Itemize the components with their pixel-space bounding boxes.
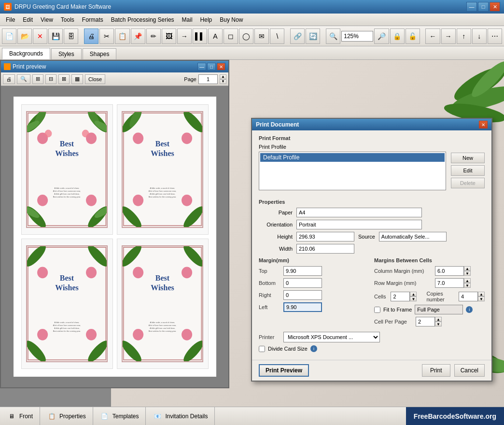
tb-pencil[interactable]: ✏ <box>146 28 161 44</box>
edit-button[interactable]: Edit <box>451 165 485 176</box>
dialog-close-button[interactable]: ✕ <box>479 121 488 128</box>
tb-open[interactable]: 📂 <box>17 28 32 44</box>
right-input[interactable] <box>283 290 322 300</box>
cell-per-page-down[interactable]: ▼ <box>435 322 442 326</box>
tb-save[interactable]: 💾 <box>48 28 63 44</box>
pp-view3-btn[interactable]: ⊠ <box>58 74 70 84</box>
fit-to-frame-select[interactable]: Full Page <box>415 305 463 314</box>
paper-input[interactable] <box>296 208 422 217</box>
tb-save2[interactable]: 🗄 <box>64 28 78 44</box>
tb-barcode[interactable]: ▌▌ <box>193 28 207 44</box>
menu-batch-processing[interactable]: Batch Processing Series <box>107 14 178 25</box>
source-input[interactable] <box>379 232 447 241</box>
status-properties[interactable]: 📋 Properties <box>40 407 93 425</box>
tb-image[interactable]: 🖼 <box>162 28 176 44</box>
cell-per-page-up[interactable]: ▲ <box>435 317 442 322</box>
tb-up[interactable]: ↑ <box>457 28 471 44</box>
fit-to-frame-checkbox[interactable] <box>374 307 380 313</box>
copies-down[interactable]: ▼ <box>478 297 485 301</box>
tb-zoom-in[interactable]: 🔍 <box>326 28 340 44</box>
bottom-input[interactable] <box>283 278 322 288</box>
tb-new[interactable]: 📄 <box>2 28 16 44</box>
tb-back[interactable]: ← <box>425 28 440 44</box>
pp-close-btn[interactable]: Close <box>85 74 105 84</box>
cells-up[interactable]: ▲ <box>410 292 417 297</box>
cell-per-page-input[interactable] <box>416 317 435 326</box>
tb-line[interactable]: \ <box>270 28 284 44</box>
menu-file[interactable]: File <box>2 14 19 25</box>
copies-input[interactable] <box>459 292 478 301</box>
tab-shapes[interactable]: Shapes <box>83 48 117 59</box>
column-margin-down[interactable]: ▼ <box>464 271 471 276</box>
tb-copy[interactable]: 📋 <box>115 28 129 44</box>
menu-buy-now[interactable]: Buy Now <box>216 14 247 25</box>
column-margin-up[interactable]: ▲ <box>464 266 471 271</box>
tb-close[interactable]: ✕ <box>33 28 47 44</box>
pp-minimize-button[interactable]: — <box>197 63 206 71</box>
tb-lock2[interactable]: 🔓 <box>406 28 420 44</box>
print-button[interactable]: Print <box>422 364 450 377</box>
row-margin-down[interactable]: ▼ <box>464 283 471 288</box>
tab-backgrounds[interactable]: Backgrounds <box>2 48 50 59</box>
divide-card-checkbox[interactable] <box>259 346 265 352</box>
page-spinner[interactable]: ▲ ▼ <box>220 74 226 84</box>
pp-view2-btn[interactable]: ⊟ <box>45 74 56 84</box>
maximize-button[interactable]: □ <box>478 2 489 12</box>
page-up-btn[interactable]: ▲ <box>220 74 226 79</box>
page-input[interactable] <box>198 74 218 84</box>
tb-cut[interactable]: ✂ <box>99 28 114 44</box>
tb-down[interactable]: ↓ <box>472 28 487 44</box>
new-button[interactable]: New <box>451 153 485 163</box>
tb-shapes[interactable]: ◻ <box>224 28 238 44</box>
column-margin-input[interactable] <box>435 266 464 276</box>
tb-circle[interactable]: ◯ <box>239 28 253 44</box>
menu-mail[interactable]: Mail <box>178 14 196 25</box>
tb-print[interactable]: 🖨 <box>84 28 98 44</box>
tb-lock[interactable]: 🔒 <box>390 28 405 44</box>
menu-formats[interactable]: Formats <box>78 14 107 25</box>
tab-styles[interactable]: Styles <box>51 48 82 59</box>
pp-view-btn[interactable]: ⊞ <box>32 74 43 84</box>
fit-info-icon[interactable]: i <box>466 306 473 313</box>
tb-text[interactable]: A <box>208 28 223 44</box>
close-button[interactable]: ✕ <box>490 2 500 12</box>
tb-reload[interactable]: 🔄 <box>306 28 320 44</box>
menu-edit[interactable]: Edit <box>19 14 37 25</box>
row-margin-up[interactable]: ▲ <box>464 278 471 283</box>
menu-help[interactable]: Help <box>196 14 216 25</box>
minimize-button[interactable]: — <box>466 2 477 12</box>
tb-link[interactable]: 🔗 <box>290 28 305 44</box>
tb-zoom-out[interactable]: 🔎 <box>374 28 389 44</box>
left-input[interactable] <box>283 302 322 312</box>
copies-up[interactable]: ▲ <box>478 292 485 297</box>
cancel-button[interactable]: Cancel <box>454 364 485 377</box>
pp-close-button[interactable]: ✕ <box>217 63 225 71</box>
status-invitation[interactable]: 📧 Invitation Details <box>146 407 215 425</box>
menu-view[interactable]: View <box>37 14 57 25</box>
status-front[interactable]: 🖥 Front <box>0 407 40 425</box>
printer-select[interactable]: Microsoft XPS Document ... <box>283 332 380 342</box>
row-margin-input[interactable] <box>435 278 464 288</box>
divide-info-icon[interactable]: i <box>310 345 317 352</box>
pp-zoom-btn[interactable]: 🔍 <box>17 74 30 84</box>
page-down-btn[interactable]: ▼ <box>220 79 226 84</box>
tb-more[interactable]: ⋯ <box>488 28 502 44</box>
print-preview-button[interactable]: Print Preview <box>259 364 309 377</box>
status-templates[interactable]: 📄 Templates <box>93 407 146 425</box>
width-input[interactable] <box>296 244 354 254</box>
cells-down[interactable]: ▼ <box>410 297 417 301</box>
pp-print-btn[interactable]: 🖨 <box>3 74 15 84</box>
pp-maximize-button[interactable]: □ <box>207 63 216 71</box>
top-input[interactable] <box>283 266 322 276</box>
delete-button[interactable]: Delete <box>451 178 485 188</box>
orientation-input[interactable] <box>296 220 422 229</box>
tb-paste[interactable]: 📌 <box>131 28 145 44</box>
cells-input[interactable] <box>391 292 410 301</box>
tb-forward[interactable]: → <box>441 28 456 44</box>
tb-arrow[interactable]: → <box>177 28 192 44</box>
pp-view4-btn[interactable]: ▦ <box>71 74 83 84</box>
menu-tools[interactable]: Tools <box>57 14 78 25</box>
tb-email[interactable]: ✉ <box>254 28 269 44</box>
height-input[interactable] <box>296 232 354 241</box>
profile-default[interactable]: Default Profile <box>260 153 445 162</box>
